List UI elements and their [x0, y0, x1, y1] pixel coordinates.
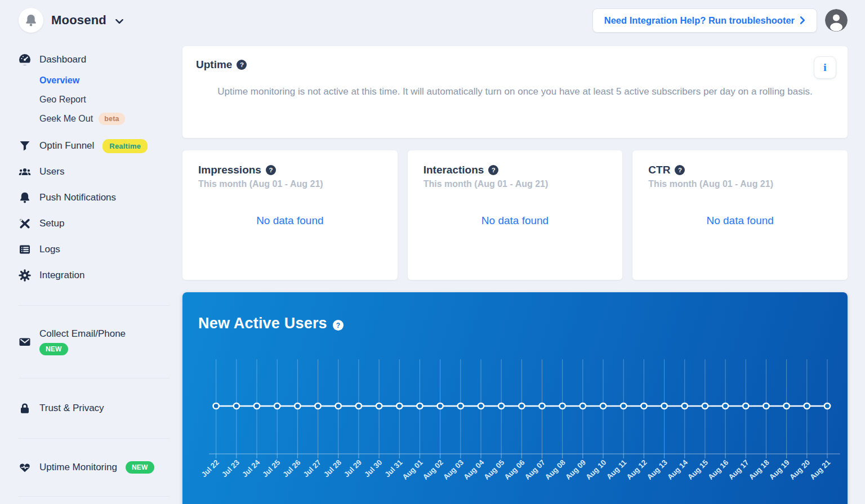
svg-text:Jul 22: Jul 22	[199, 458, 221, 479]
sidebar-item-collect-email-phone[interactable]: Collect Email/Phone NEW	[19, 328, 169, 355]
sidebar-item-label: Dashboard	[39, 54, 86, 65]
stat-card-title: Interactions	[423, 164, 484, 176]
svg-text:Aug 05: Aug 05	[482, 458, 506, 481]
svg-text:Aug 02: Aug 02	[421, 458, 445, 481]
svg-text:Aug 10: Aug 10	[584, 458, 608, 481]
sidebar-divider	[19, 496, 170, 497]
uptime-message: Uptime monitoring is not active at this …	[211, 83, 819, 100]
sidebar-item-users[interactable]: Users	[19, 159, 169, 185]
sidebar-divider	[19, 305, 170, 306]
svg-text:Aug 16: Aug 16	[706, 458, 730, 481]
sidebar-item-setup[interactable]: Setup	[19, 211, 169, 237]
filter-icon	[19, 140, 31, 152]
info-button[interactable]: i	[814, 56, 836, 79]
new-badge: NEW	[39, 343, 68, 355]
svg-text:Aug 14: Aug 14	[666, 458, 690, 481]
stat-card-subtitle: This month (Aug 01 - Aug 21)	[423, 179, 607, 189]
heart-pulse-icon	[19, 461, 31, 474]
stat-card-title: CTR	[648, 164, 670, 176]
sidebar-item-push-notifications[interactable]: Push Notifications	[19, 185, 169, 211]
svg-text:Aug 03: Aug 03	[442, 458, 465, 481]
sidebar-item-label: Users	[39, 166, 64, 177]
dashboard-sub-menu: Overview Geo Report Geek Me Out beta	[39, 71, 169, 128]
svg-text:Aug 17: Aug 17	[726, 458, 750, 481]
sidebar-item-label: Setup	[39, 218, 64, 229]
question-circle-icon[interactable]: ?	[488, 165, 498, 175]
realtime-badge: Realtime	[102, 139, 148, 153]
stat-card-subtitle: This month (Aug 01 - Aug 21)	[198, 179, 382, 189]
sidebar-item-integration[interactable]: Integration	[19, 262, 169, 288]
users-icon	[19, 166, 31, 178]
main-content: Uptime ? Uptime monitoring is not active…	[169, 41, 865, 504]
envelope-icon	[19, 336, 31, 348]
sidebar-item-uptime-monitoring[interactable]: Uptime Monitoring NEW	[19, 461, 169, 474]
svg-text:Jul 26: Jul 26	[281, 458, 302, 479]
svg-text:Aug 15: Aug 15	[686, 458, 710, 481]
svg-text:Aug 11: Aug 11	[605, 458, 628, 481]
sidebar-divider	[19, 378, 170, 378]
stat-card-subtitle: This month (Aug 01 - Aug 21)	[648, 179, 832, 189]
sidebar-item-label: Logs	[39, 244, 60, 255]
sidebar-item-overview[interactable]: Overview	[39, 71, 169, 90]
brand-bell-icon	[19, 8, 43, 33]
stat-card-title: Impressions	[198, 164, 261, 176]
svg-text:Aug 01: Aug 01	[401, 458, 425, 481]
sidebar-divider	[19, 438, 170, 439]
beta-badge: beta	[99, 113, 125, 126]
run-troubleshooter-button[interactable]: Need Integration Help? Run troubleshoote…	[592, 8, 817, 33]
sidebar-item-geo-report[interactable]: Geo Report	[39, 90, 169, 109]
uptime-card-title: Uptime	[196, 59, 232, 71]
list-icon	[19, 243, 31, 256]
sidebar-item-label: Collect Email/Phone	[39, 328, 126, 340]
question-circle-icon[interactable]: ?	[266, 165, 276, 175]
question-circle-icon[interactable]: ?	[237, 60, 247, 70]
sidebar-item-label: Push Notifications	[39, 192, 116, 203]
sidebar: Dashboard Overview Geo Report Geek Me Ou…	[0, 41, 169, 504]
sub-item-label: Geo Report	[39, 95, 86, 105]
svg-text:Aug 13: Aug 13	[645, 458, 669, 481]
no-data-label: No data found	[648, 189, 832, 266]
sidebar-item-label: Integration	[39, 270, 84, 281]
troubleshooter-label: Need Integration Help? Run troubleshoote…	[604, 15, 795, 26]
sidebar-item-trust-privacy[interactable]: Trust & Privacy	[19, 402, 169, 414]
sub-item-label: Geek Me Out	[39, 114, 93, 124]
svg-text:Aug 04: Aug 04	[462, 458, 486, 481]
bell-icon	[19, 191, 31, 204]
no-data-label: No data found	[423, 189, 607, 266]
svg-text:Jul 30: Jul 30	[363, 458, 384, 479]
question-circle-icon[interactable]: ?	[675, 165, 685, 175]
svg-text:Jul 28: Jul 28	[322, 458, 344, 479]
uptime-card: Uptime ? Uptime monitoring is not active…	[182, 46, 848, 138]
svg-text:Aug 09: Aug 09	[564, 458, 587, 481]
app-root: Moosend Need Integration Help? Run troub…	[0, 0, 865, 504]
chevron-down-icon	[115, 16, 123, 26]
user-avatar[interactable]	[825, 9, 848, 32]
gauge-icon	[19, 53, 31, 66]
svg-text:Aug 07: Aug 07	[523, 458, 547, 481]
sidebar-item-label: Trust & Privacy	[39, 403, 104, 414]
svg-text:Aug 18: Aug 18	[747, 458, 771, 481]
lock-icon	[19, 402, 31, 414]
sidebar-item-dashboard[interactable]: Dashboard	[19, 48, 169, 71]
sidebar-item-logs[interactable]: Logs	[19, 237, 169, 262]
svg-text:Aug 08: Aug 08	[543, 458, 567, 481]
new-active-users-card: New Active Users ? Jul 22Jul 23Jul 24Jul…	[182, 292, 848, 504]
new-badge: NEW	[126, 461, 154, 474]
svg-text:Aug 06: Aug 06	[502, 458, 526, 481]
sidebar-item-geek-me-out[interactable]: Geek Me Out beta	[39, 109, 169, 128]
svg-text:Jul 25: Jul 25	[261, 458, 282, 479]
sub-item-label: Overview	[39, 75, 79, 86]
impressions-card: Impressions ? This month (Aug 01 - Aug 2…	[182, 150, 398, 280]
account-switcher[interactable]: Moosend	[19, 8, 123, 33]
svg-text:Jul 27: Jul 27	[301, 458, 323, 479]
sidebar-item-optin-funnel[interactable]: Optin Funnel Realtime	[19, 133, 169, 159]
svg-text:Aug 21: Aug 21	[808, 458, 832, 481]
svg-text:Jul 24: Jul 24	[240, 458, 262, 479]
sidebar-item-label: Uptime Monitoring	[39, 462, 117, 473]
info-icon: i	[823, 61, 826, 74]
ctr-card: CTR ? This month (Aug 01 - Aug 21) No da…	[632, 150, 848, 280]
svg-text:Jul 23: Jul 23	[220, 458, 242, 479]
question-circle-icon[interactable]: ?	[333, 320, 344, 331]
chart-title: New Active Users	[198, 315, 327, 332]
gear-icon	[19, 269, 31, 282]
